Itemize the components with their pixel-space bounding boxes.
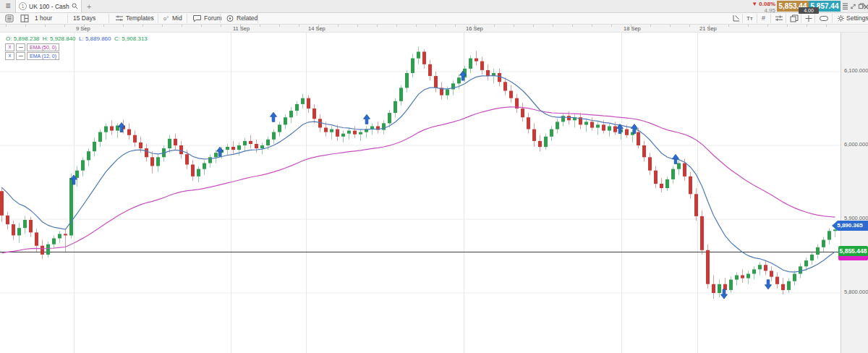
time-minor-tick: [514, 25, 514, 27]
candle-down: [312, 109, 316, 119]
related-icon[interactable]: [226, 14, 234, 22]
candle-down: [613, 127, 617, 132]
candle-up: [399, 88, 403, 101]
candle-up: [69, 178, 73, 236]
search-icon[interactable]: [72, 3, 78, 9]
toolbar-separator: [770, 14, 771, 23]
trade-marker-down-icon[interactable]: [721, 289, 728, 299]
new-tab-button[interactable]: +: [87, 2, 91, 11]
time-minor-tick: [279, 25, 280, 27]
candle-down: [185, 154, 189, 164]
candle-up: [804, 260, 808, 266]
indicator-label[interactable]: EMA (12, 0): [27, 52, 59, 60]
candle-up: [544, 137, 548, 147]
candle-down: [174, 139, 177, 145]
time-minor-tick: [807, 25, 807, 27]
interval-selector[interactable]: 1 hour: [35, 14, 52, 22]
candle-up: [98, 132, 102, 142]
expand-icon[interactable]: [850, 2, 856, 10]
candle-up: [243, 141, 247, 145]
time-minor-tick: [572, 25, 573, 27]
trade-marker-up-icon[interactable]: [271, 112, 277, 122]
candle-down: [353, 131, 357, 135]
candle-down: [602, 124, 605, 130]
candle-up: [17, 228, 21, 235]
draw-shape-icon[interactable]: [819, 14, 829, 22]
toolbar-separator: [187, 14, 187, 23]
candle-up: [272, 132, 276, 140]
candle-down: [625, 129, 629, 135]
candle-up: [81, 160, 85, 170]
chart-plot-area[interactable]: [0, 33, 841, 353]
templates-button[interactable]: Templates: [126, 14, 154, 22]
price-axis[interactable]: [841, 33, 868, 353]
toolbar-separator: [832, 14, 833, 23]
mid-price-icon: o°: [163, 14, 169, 22]
remove-indicator-button[interactable]: x: [5, 43, 14, 51]
indicator-sliders-icon[interactable]: [775, 14, 783, 22]
range-selector[interactable]: 15 Days: [73, 14, 95, 22]
mid-price-selector[interactable]: Mid: [172, 14, 182, 22]
candle-up: [550, 129, 553, 137]
current-price-tag: 5,855.448: [838, 246, 868, 256]
tab-number-badge: 1: [19, 2, 27, 10]
time-minor-tick: [45, 25, 46, 27]
candle-down: [532, 129, 536, 141]
ohlc-readout: O: 5,898.238 H: 5,928.840 L: 5,889.860 C…: [6, 35, 148, 42]
trade-marker-down-icon[interactable]: [765, 280, 772, 289]
forum-button[interactable]: Forum: [204, 14, 222, 22]
candle-down: [29, 220, 33, 232]
time-minor-tick: [553, 25, 553, 27]
templates-sliders-icon[interactable]: [115, 14, 124, 22]
time-minor-tick: [142, 25, 143, 27]
candle-up: [214, 153, 218, 157]
candle-down: [590, 122, 594, 127]
change-direction-icon: ▼: [752, 1, 757, 7]
time-axis-label: 21 Sep: [699, 25, 717, 32]
toolbar-separator: [742, 14, 743, 23]
indicator-legend-ema12: x EMA (12, 0): [5, 52, 59, 60]
remove-indicator-button[interactable]: x: [5, 52, 14, 60]
time-axis[interactable]: [0, 25, 868, 33]
time-minor-tick: [377, 25, 378, 27]
indicator-style-swatch[interactable]: [16, 43, 25, 51]
close-value: 5,908.313: [122, 35, 148, 42]
time-minor-tick: [221, 25, 221, 27]
time-minor-tick: [357, 25, 358, 27]
forum-bubble-icon[interactable]: [192, 14, 202, 22]
candle-up: [405, 73, 409, 88]
text-tool-button[interactable]: Tᴛ: [746, 14, 753, 22]
candle-up: [208, 157, 212, 163]
time-minor-tick: [338, 25, 339, 27]
grid-toggle-button[interactable]: #: [762, 14, 765, 22]
time-minor-tick: [494, 25, 495, 27]
close-icon[interactable]: [863, 3, 868, 11]
high-value: 5,928.840: [50, 35, 76, 42]
instrument-tab[interactable]: 1 UK 100 - Cash: [15, 0, 82, 12]
candle-down: [567, 116, 571, 120]
tab-bar: ≡ 1 UK 100 - Cash + ▼ 0.08% 4.95 5,853.4…: [0, 0, 868, 13]
layout-icon[interactable]: [20, 14, 29, 22]
candle-up: [87, 151, 90, 160]
indicator-style-swatch[interactable]: [16, 52, 25, 60]
low-value: 5,889.860: [85, 35, 111, 42]
crosshair-icon[interactable]: [804, 14, 813, 22]
candle-up: [827, 231, 831, 239]
settings-gear-icon[interactable]: [837, 14, 845, 22]
axis-scale-icon[interactable]: [732, 14, 741, 22]
time-minor-tick: [826, 25, 827, 27]
legend-lines-icon[interactable]: [842, 2, 848, 10]
trade-marker-up-icon[interactable]: [364, 114, 370, 124]
candle-up: [168, 139, 171, 148]
indicator-label[interactable]: EMA (50, 0): [27, 43, 59, 51]
watchlist-icon[interactable]: [5, 14, 14, 22]
related-button[interactable]: Related: [237, 14, 258, 22]
toolbar-separator: [258, 14, 258, 23]
candle-down: [770, 271, 773, 276]
candlestick-chart[interactable]: [0, 33, 841, 353]
hamburger-menu-icon[interactable]: ≡: [2, 1, 14, 12]
candle-up: [46, 244, 50, 255]
settings-button[interactable]: Settings: [846, 14, 868, 22]
time-minor-tick: [767, 25, 768, 27]
compare-overlay-icon[interactable]: [790, 14, 799, 22]
